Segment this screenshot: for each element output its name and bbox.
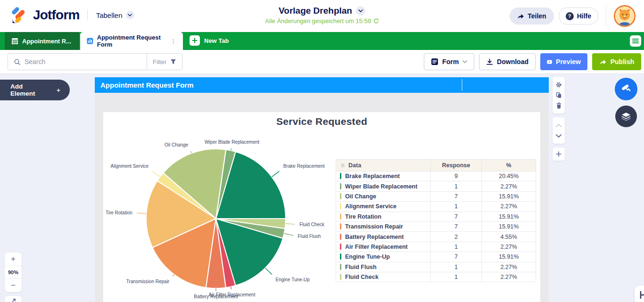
help-icon: ? — [566, 12, 574, 20]
design-button[interactable] — [615, 78, 637, 100]
table-cell-response: 1 — [430, 202, 482, 212]
fit-screen-button[interactable] — [5, 296, 22, 302]
element-toolbar — [553, 77, 565, 164]
product-switcher-label: Tabellen — [96, 11, 123, 19]
table-row: Oil Change715.91% — [336, 191, 536, 201]
product-switcher[interactable]: Tabellen — [96, 11, 134, 19]
row-color-marker — [340, 193, 341, 199]
report-toolbar: Filter Form Download — [0, 50, 644, 74]
pie-slice-label: Air Filter Replacement — [209, 292, 256, 297]
table-cell-label: Battery Replacement — [336, 232, 431, 242]
sheet-tab-bar: Appointment R... Appointment Request For… — [0, 32, 644, 50]
publish-button[interactable]: Publish — [592, 53, 641, 70]
table-cell-percent: 2.27% — [482, 202, 536, 212]
pie-label-tick — [284, 234, 294, 236]
preview-button[interactable]: Preview — [540, 53, 587, 70]
tab-list-button[interactable] — [630, 35, 641, 47]
pie-slice-label: Brake Replacement — [283, 163, 325, 169]
insert-element-button[interactable] — [553, 150, 565, 158]
table-row: Engine Tune-Up715.91% — [336, 252, 536, 262]
table-cell-percent: 15.91% — [482, 191, 536, 201]
pie-label-tick — [153, 171, 160, 177]
table-header-cell[interactable]: % — [482, 160, 536, 171]
chart-element[interactable]: Service Requested Brake ReplacementWiper… — [103, 112, 540, 302]
jotform-logo-icon[interactable] — [10, 6, 28, 24]
search-icon — [14, 58, 21, 65]
form-button-label: Form — [442, 58, 459, 65]
pie-slice-label: Transmission Repair — [126, 279, 170, 284]
table-cell-response: 1 — [430, 181, 482, 191]
row-color-marker — [340, 234, 341, 240]
pie-label-tick — [265, 268, 272, 275]
help-button[interactable]: ? Hilfe — [559, 8, 598, 24]
document-title-row[interactable]: Vorlage Drehplan — [279, 6, 365, 16]
pie-slice-label: Engine Tune-Up — [276, 277, 310, 282]
page-title: Vorlage Drehplan — [279, 6, 352, 16]
move-down-button[interactable] — [553, 131, 565, 140]
table-grid-icon — [11, 38, 18, 45]
filter-button[interactable]: Filter — [147, 54, 182, 70]
search-input[interactable] — [21, 58, 147, 65]
download-icon — [486, 58, 493, 65]
table-cell-response: 1 — [430, 262, 482, 272]
publish-arrow-icon — [599, 58, 607, 65]
table-row: Wiper Blade Replacement12.27% — [336, 181, 536, 191]
table-row: Brake Replacement920.45% — [336, 171, 536, 181]
tab-report-view[interactable]: Appointment Request Form ⋮ — [80, 32, 183, 50]
zoom-out-button[interactable]: − — [5, 279, 22, 292]
selection-handle[interactable] — [462, 79, 462, 91]
plus-icon — [190, 35, 200, 46]
add-element-label: Add Element — [10, 83, 46, 97]
share-button[interactable]: Teilen — [510, 8, 553, 24]
brand-block: Jotform Tabellen — [10, 6, 134, 24]
table-row: Transmission Repair715.91% — [336, 221, 536, 231]
chevron-up-icon — [556, 124, 561, 127]
layers-icon — [620, 111, 632, 122]
pie-slice-label: Fluid Check — [299, 222, 325, 227]
table-header-row: DataResponse% — [336, 160, 536, 171]
pages-button[interactable] — [615, 106, 637, 127]
zoom-in-button[interactable]: + — [5, 253, 22, 266]
row-color-marker — [340, 223, 341, 229]
preview-icon — [547, 59, 552, 65]
zoom-level[interactable]: 90% — [5, 266, 22, 279]
new-tab-label: New Tab — [204, 37, 229, 44]
pie-label-tick — [191, 151, 192, 154]
report-table-body: Brake Replacement920.45%Wiper Blade Repl… — [336, 171, 536, 282]
pie-slice-label: Tire Rotation — [106, 210, 132, 215]
table-cell-percent: 2.27% — [482, 181, 536, 191]
download-button[interactable]: Download — [479, 53, 536, 70]
add-element-button[interactable]: Add Element + — [0, 80, 70, 100]
table-cell-response: 7 — [430, 252, 482, 262]
table-row: Alignment Service12.27% — [336, 202, 536, 212]
avatar[interactable] — [614, 5, 636, 27]
settings-button[interactable] — [553, 81, 565, 89]
table-header-cell[interactable]: Response — [430, 160, 482, 171]
row-color-marker — [340, 173, 341, 179]
delete-button[interactable] — [553, 101, 565, 110]
duplicate-button[interactable] — [553, 91, 565, 99]
report-canvas: Add Element + Appointment Request Form S… — [0, 74, 644, 302]
brand-wordmark[interactable]: Jotform — [33, 8, 80, 23]
form-source-button[interactable]: Form — [424, 53, 474, 70]
plus-icon — [556, 151, 561, 157]
bar-chart-icon — [87, 37, 93, 45]
zoom-controls: + 90% − — [5, 253, 22, 292]
report-table: DataResponse% Brake Replacement920.45%Wi… — [336, 159, 536, 282]
tab-table-view[interactable]: Appointment R... — [5, 32, 79, 50]
publish-button-label: Publish — [611, 58, 635, 65]
table-row: Fluid Check12.27% — [336, 272, 536, 282]
row-color-marker — [340, 253, 341, 260]
table-cell-percent: 2.27% — [482, 272, 536, 282]
move-up-button[interactable] — [553, 121, 565, 130]
tab-report-label: Appointment Request Form — [97, 34, 166, 48]
table-header-cell[interactable]: Data — [336, 160, 431, 171]
pie-label-tick — [286, 224, 295, 224]
report-table-head: DataResponse% — [336, 160, 536, 171]
shortcuts-button[interactable] — [635, 286, 644, 302]
table-cell-response: 1 — [430, 272, 482, 282]
filter-funnel-icon — [170, 59, 176, 65]
report-page-header[interactable]: Appointment Request Form — [95, 77, 549, 93]
tab-menu-dots-icon[interactable]: ⋮ — [170, 38, 176, 45]
new-tab-button[interactable]: New Tab — [190, 35, 229, 46]
